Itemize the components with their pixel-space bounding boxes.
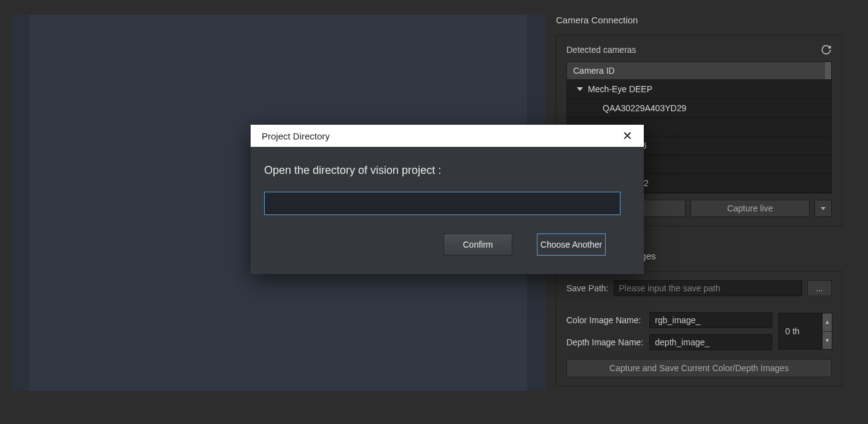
- save-box: Save Path: ... Color Image Name: 0 th ▲ …: [556, 271, 842, 387]
- color-image-label: Color Image Name:: [566, 315, 643, 325]
- spinner-value: 0 th: [785, 326, 799, 336]
- camera-group-row[interactable]: Mech-Eye DEEP: [567, 80, 831, 99]
- depth-image-label: Depth Image Name:: [566, 337, 643, 347]
- capture-save-button[interactable]: Capture and Save Current Color/Depth Ima…: [566, 359, 832, 377]
- camera-group-name: Mech-Eye DEEP: [588, 84, 652, 94]
- project-directory-input[interactable]: [264, 192, 620, 215]
- depth-image-input[interactable]: [649, 334, 772, 350]
- scrollbar-stub[interactable]: [825, 62, 831, 79]
- color-image-input[interactable]: [649, 312, 772, 328]
- capture-live-button[interactable]: Capture live: [690, 200, 810, 217]
- index-spinner[interactable]: 0 th ▲ ▼: [778, 313, 832, 350]
- project-directory-modal: Project Directory ✕ Open the directory o…: [251, 125, 644, 274]
- confirm-button[interactable]: Confirm: [444, 234, 512, 256]
- camera-connection-title: Camera Connection: [556, 15, 863, 25]
- save-path-input[interactable]: [614, 280, 803, 296]
- browse-button[interactable]: ...: [807, 280, 832, 296]
- spinner-up-icon[interactable]: ▲: [823, 313, 832, 332]
- chevron-down-icon: [577, 87, 583, 91]
- modal-titlebar[interactable]: Project Directory ✕: [251, 125, 644, 147]
- close-icon[interactable]: ✕: [622, 128, 633, 143]
- modal-prompt: Open the directory of vision project :: [264, 164, 630, 177]
- chevron-down-icon: [821, 207, 826, 210]
- save-path-label: Save Path:: [566, 283, 609, 293]
- camera-id-header: Camera ID: [567, 62, 831, 80]
- refresh-icon[interactable]: [821, 44, 832, 55]
- camera-id-value: QAA30229A403YD29: [603, 103, 686, 113]
- spinner-down-icon[interactable]: ▼: [823, 332, 832, 350]
- camera-id-row[interactable]: QAA30229A403YD29: [567, 99, 831, 118]
- modal-title-text: Project Directory: [262, 131, 330, 141]
- capture-dropdown-button[interactable]: [815, 200, 832, 217]
- choose-another-button[interactable]: Choose Another: [537, 234, 606, 256]
- detected-cameras-label: Detected cameras: [566, 45, 636, 55]
